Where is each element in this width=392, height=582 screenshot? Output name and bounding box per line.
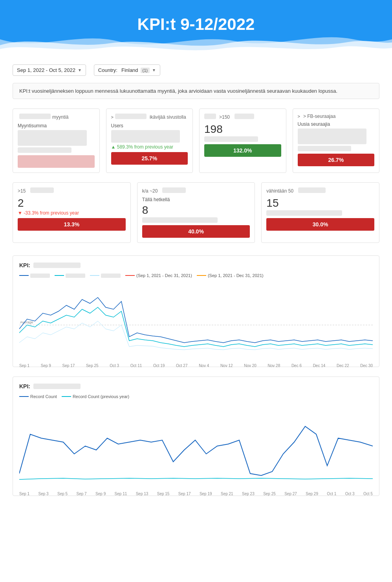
users-trend: ▲ 589.3% from previous year — [111, 144, 188, 150]
chart1-svg: Average — [19, 282, 373, 360]
legend-label-1 — [30, 274, 50, 278]
country-filter-label: Country: — [98, 67, 117, 73]
gt-icon-users: > — [111, 115, 114, 119]
chart-section-1: KPI: (Sep 1, 2021 - Dec 31, 2021) — [13, 255, 379, 367]
card6-header-text: k/a ~20 — [142, 188, 158, 194]
legend-item-2 — [55, 274, 85, 278]
chart2-legend-item-2: Record Count (previous year) — [62, 394, 129, 399]
card7-value: 15 — [266, 197, 374, 209]
country-count-badge: (1) — [141, 68, 150, 73]
kpi-card-fb: > > FB-seuraajaa Uusia seuraajia 26.7% — [293, 108, 380, 173]
card5-trend: ▼ -33.3% from previous year — [18, 210, 126, 216]
card6-label: Tällä hetkellä — [142, 197, 250, 202]
card3-header-placeholder — [204, 114, 216, 119]
country-filter[interactable]: Country: Finland (1) ▼ — [94, 64, 160, 76]
chart1-area: Average Sep 1 Sep 9 Sep 17 Sep 25 Oct 3 … — [19, 282, 373, 360]
page-title: KPI:t 9-12/2022 — [0, 7, 392, 34]
chart2-legend: Record Count Record Count (previous year… — [19, 394, 373, 399]
myynti-bar — [18, 155, 95, 168]
legend-label-2 — [66, 274, 85, 278]
legend-item-4: (Sep 1, 2021 - Dec 31, 2021) — [125, 273, 192, 278]
legend-label-3 — [101, 274, 121, 278]
fb-value-placeholder — [298, 129, 367, 144]
card7-bar: 30.0% — [266, 218, 374, 231]
card6-value: 8 — [142, 204, 250, 217]
card5-value: 2 — [18, 197, 126, 209]
users-header-placeholder — [115, 114, 147, 119]
chart-section-2: KPI: Record Count Record Count (previous… — [13, 376, 379, 496]
card6-bar: 40.0% — [142, 225, 250, 238]
legend-line-3 — [90, 275, 99, 276]
gt-icon-fb: > — [298, 114, 300, 119]
main-content: Sep 1, 2022 - Oct 5, 2022 ▼ Country: Fin… — [0, 55, 392, 515]
myynti-label: Myyntisumma — [18, 123, 95, 129]
kpi-card-users: > ikävijää sivustolla Users ▲ 589.3% fro… — [106, 108, 193, 173]
info-text-box: KPI:t vuosineljänneksen loppuun mennessä… — [13, 83, 379, 99]
kpi-card-198: >150 198 132.0% — [199, 108, 286, 173]
card3-sub-placeholder — [204, 136, 258, 142]
card6-sub-placeholder — [142, 217, 218, 223]
filter-bar: Sep 1, 2022 - Oct 5, 2022 ▼ Country: Fin… — [13, 64, 379, 76]
users-bar: 25.7% — [111, 152, 188, 165]
date-range-label: Sep 1, 2022 - Oct 5, 2022 — [17, 67, 75, 73]
chart2-title-placeholder — [33, 384, 81, 389]
legend-item-1 — [19, 274, 50, 278]
chart1-title-prefix: KPI: — [19, 262, 30, 268]
card5-placeholder — [30, 187, 54, 193]
chart2-title-prefix: KPI: — [19, 383, 30, 389]
chart1-title-placeholder — [33, 263, 81, 268]
fb-label: Uusia seuraajia — [298, 121, 375, 127]
card5-bar: 13.3% — [18, 218, 126, 231]
myynti-sub-placeholder — [18, 147, 71, 153]
card5-header-text: >15 — [18, 188, 26, 194]
chart2-legend-label-2: Record Count (previous year) — [73, 394, 129, 399]
chart2-legend-line-1 — [19, 396, 29, 397]
card3-value: 198 — [204, 123, 281, 136]
legend-line-5 — [197, 275, 206, 276]
legend-label-4: (Sep 1, 2021 - Dec 31, 2021) — [136, 273, 192, 278]
kpi-card-8: k/a ~20 Tällä hetkellä 8 40.0% — [137, 182, 255, 243]
legend-line-2 — [55, 275, 64, 276]
card7-sub-placeholder — [266, 210, 342, 216]
page-header: KPI:t 9-12/2022 — [0, 0, 392, 55]
chart2-legend-item-1: Record Count — [19, 394, 57, 399]
info-text-content: KPI:t vuosineljänneksen loppuun mennessä… — [19, 88, 337, 94]
myynti-value-placeholder — [18, 130, 87, 146]
legend-line-4 — [125, 275, 135, 276]
date-range-filter[interactable]: Sep 1, 2022 - Oct 5, 2022 ▼ — [13, 64, 86, 76]
kpi-row-1: myyntiä Myyntisumma > ikävijää sivustoll… — [13, 108, 379, 173]
legend-line-1 — [19, 275, 29, 276]
fb-sub-placeholder — [298, 146, 352, 151]
card6-placeholder — [162, 187, 186, 193]
users-label: Users — [111, 123, 188, 129]
card3-header-text: >150 — [219, 114, 230, 120]
chart2-title: KPI: — [19, 383, 373, 389]
legend-label-5: (Sep 1, 2021 - Dec 31, 2021) — [208, 273, 264, 278]
chart2-legend-line-2 — [62, 396, 71, 397]
users-value-placeholder — [111, 130, 180, 143]
legend-item-5: (Sep 1, 2021 - Dec 31, 2021) — [197, 273, 264, 278]
country-arrow: ▼ — [152, 68, 156, 72]
myynti-header-text: myyntiä — [52, 114, 68, 120]
fb-header-text: > FB-seuraajaa — [303, 114, 335, 119]
card7-header-text: vähintään 50 — [266, 188, 293, 194]
chart1-x-axis: Sep 1 Sep 9 Sep 17 Sep 25 Oct 3 Oct 11 O… — [19, 364, 373, 368]
legend-item-3 — [90, 274, 121, 278]
card3-header-placeholder2 — [234, 114, 254, 119]
users-header-text: ikävijää sivustolla — [150, 114, 186, 120]
kpi-card-15: vähintään 50 15 30.0% — [261, 182, 379, 243]
chart2-area: Sep 1 Sep 3 Sep 5 Sep 7 Sep 9 Sep 11 Sep… — [19, 403, 373, 489]
kpi-card-myynti: myyntiä Myyntisumma — [13, 108, 100, 173]
kpi-row-2: >15 2 ▼ -33.3% from previous year 13.3% … — [13, 182, 379, 243]
kpi-card-2: >15 2 ▼ -33.3% from previous year 13.3% — [13, 182, 131, 243]
fb-bar: 26.7% — [298, 154, 375, 166]
card3-bar: 132.0% — [204, 144, 281, 157]
chart2-legend-label-1: Record Count — [30, 394, 57, 399]
myynti-header-placeholder — [19, 114, 51, 119]
chart2-x-axis: Sep 1 Sep 3 Sep 5 Sep 7 Sep 9 Sep 11 Sep… — [19, 492, 373, 496]
chart1-legend: (Sep 1, 2021 - Dec 31, 2021) (Sep 1, 202… — [19, 273, 373, 278]
card7-placeholder — [298, 187, 326, 193]
country-filter-value: Finland — [121, 67, 138, 73]
svg-text:Average: Average — [20, 320, 33, 324]
chart2-svg — [19, 403, 373, 489]
